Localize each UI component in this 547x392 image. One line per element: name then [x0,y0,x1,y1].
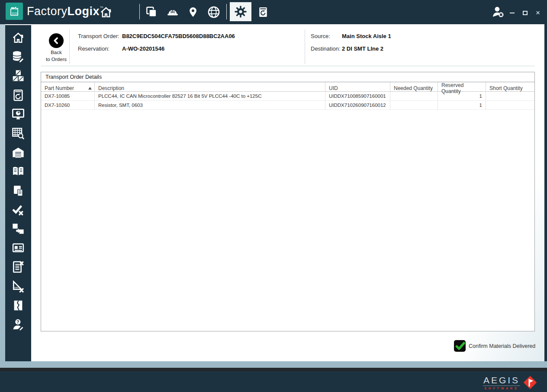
id-card-icon [11,241,26,254]
measure-cancel-icon [11,280,26,293]
app-window: FactoryLogix™ [0,0,547,392]
dashboard-monitor-icon [11,107,26,121]
sidebar-item-home[interactable] [5,28,31,47]
gear-icon [234,5,248,19]
minimize-icon [510,13,515,13]
top-bar: FactoryLogix™ [0,0,547,24]
header-divider [305,29,305,64]
transport-order-label: Transport Order: [78,33,119,39]
sidebar-item-documents[interactable] [5,181,31,200]
window-bottom-strip-dark [0,368,547,371]
back-arrow-icon [52,36,61,45]
app-title: FactoryLogix™ [27,5,104,18]
cell-uid: UIDDX710260907160012 [325,101,390,109]
transport-order-details-table: Transport Order Details Part Number Desc… [41,72,535,331]
cancel-list-icon [11,260,25,274]
source-value: Main Stock Aisle 1 [342,33,391,39]
aegis-brand-name: AEGIS [483,376,520,385]
window-right-border [544,24,547,368]
cell-short-quantity [486,101,534,109]
location-pin-button[interactable] [185,0,201,24]
user-logout-button[interactable] [489,0,507,24]
cell-description: Resistor, SMT, 0603 [95,101,325,109]
cell-reserved-quantity: 1 [438,101,486,109]
source-label: Source: [311,33,330,39]
home-button[interactable] [97,0,116,24]
transfer-boxes-icon [11,222,25,236]
sidebar-item-inventory[interactable] [5,66,31,85]
home-icon [11,31,25,44]
toolbar-divider [139,4,140,19]
main-content: Back to Orders Transport Order: B82C9EDC… [31,24,544,361]
device-sync-button[interactable] [254,0,272,24]
cell-reserved-quantity: 1 [438,92,486,100]
sidebar-item-history[interactable] [5,86,31,105]
split-page-icon [12,299,25,312]
toolbar-divider [226,4,227,19]
header-divider [69,29,70,64]
sidebar-item-transfer[interactable] [5,219,31,238]
table-empty-area [41,110,534,331]
maximize-button[interactable] [522,10,528,16]
app-title-logix: Logix [68,5,100,18]
table-row[interactable]: DX7-10260 Resistor, SMT, 0603 UIDDX71026… [41,101,534,110]
sort-ascending-icon [88,87,92,90]
sidebar-item-dashboard[interactable] [5,105,31,124]
section-divider [41,66,535,66]
sidebar-item-split[interactable] [5,296,31,315]
minimize-button[interactable] [509,10,515,16]
inventory-boxes-icon [11,69,25,83]
factory-logo-icon [6,3,23,20]
aegis-brand-subtitle: SOFTWARE [484,387,519,390]
verify-check-icon [11,203,25,217]
close-button[interactable]: × [535,10,541,16]
sidebar-item-query[interactable] [5,124,31,143]
sidebar-item-warehouse[interactable] [5,143,31,162]
check-icon [454,341,466,352]
cell-needed-quantity [390,92,438,100]
sidebar-item-labels[interactable] [5,238,31,257]
sidebar-item-materials[interactable] [5,47,31,66]
settings-tab-selected[interactable] [230,2,251,21]
window-left-border [0,24,5,361]
maximize-icon [523,11,528,15]
cell-part-number: DX7-10260 [41,101,95,109]
table-title: Transport Order Details [41,72,534,82]
warehouse-icon [11,145,26,159]
sidebar-item-verify[interactable] [5,200,31,219]
database-edit-icon [11,50,25,64]
close-icon: × [536,10,540,16]
sidebar-item-cancel-list[interactable] [5,257,31,276]
table-row[interactable]: DX7-10085 PLCC44, IC CAN Microcontroller… [41,92,534,101]
svg-text:?: ? [16,319,19,325]
sidebar-item-support[interactable]: ? [5,315,31,334]
hardhat-button[interactable] [164,0,182,24]
aegis-logo-divider [483,386,520,386]
aegis-diamond-icon [522,374,538,391]
documents-icon [12,184,25,198]
cell-short-quantity [486,92,534,100]
confirm-materials-checkbox[interactable] [454,340,466,352]
layers-button[interactable] [143,0,160,24]
confirm-materials-label: Confirm Materials Delivered [469,343,535,349]
transport-order-value: B82C9EDC504CFA75BD5608D88BC2AA06 [122,33,235,39]
aegis-logo: AEGIS SOFTWARE [483,374,538,391]
sidebar-item-catalog[interactable] [5,162,31,181]
table-header-row: Part Number Description UID Needed Quant… [41,82,534,92]
destination-value: 2 DI SMT LIne 2 [342,45,383,52]
cell-description: PLCC44, IC CAN Microcontroller 82527 16 … [95,92,325,100]
window-bottom-strip-light [0,361,547,368]
globe-button[interactable] [205,0,222,24]
app-title-factory: Factory [27,5,68,18]
sidebar-nav: ? [5,25,31,361]
cell-part-number: DX7-10085 [41,92,95,100]
sidebar-item-measure-cancel[interactable] [5,276,31,296]
back-to-orders-button[interactable] [49,33,64,48]
cell-uid: UIDDX710085907160001 [325,92,390,100]
back-button-label: Back to Orders [39,49,74,63]
device-history-icon [12,88,25,102]
reservation-label: Reservation: [78,45,109,52]
table-query-icon [11,126,26,140]
cell-needed-quantity [390,101,438,109]
reservation-value: A-WO-20201546 [122,45,164,52]
